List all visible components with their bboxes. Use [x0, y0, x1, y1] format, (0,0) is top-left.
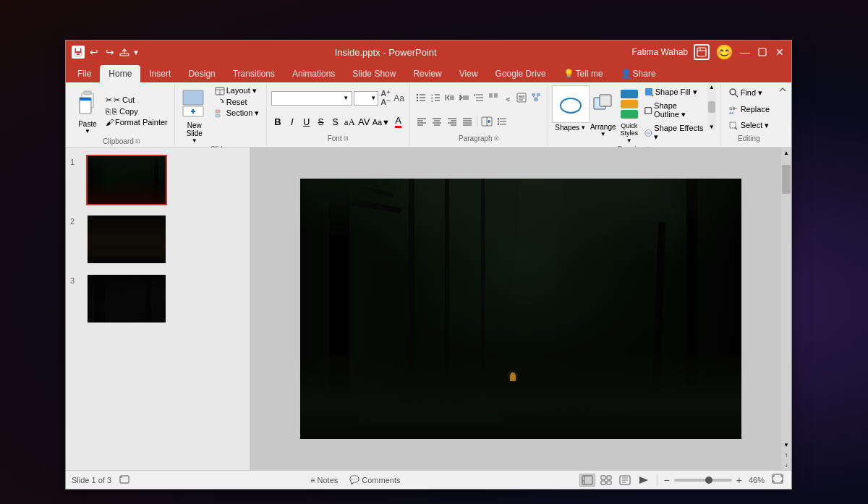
main-slide-area [250, 148, 791, 470]
tab-view[interactable]: View [451, 65, 487, 82]
paragraph-spacing-button[interactable] [495, 114, 509, 129]
tab-home[interactable]: Home [100, 65, 140, 82]
smallcaps-button[interactable]: aA [343, 115, 357, 129]
copy-button[interactable]: ⎘ ⎘ Copy [103, 106, 170, 116]
fit-to-window-button[interactable] [770, 474, 786, 487]
decrease-indent-button[interactable] [443, 90, 457, 105]
shape-effects-button[interactable]: Shape Effects ▾ [642, 123, 706, 142]
paragraph-expand[interactable]: ⊡ [494, 135, 499, 142]
slide-sorter-button[interactable] [598, 474, 614, 487]
comments-button[interactable]: 💬 Comments [345, 474, 404, 486]
shapes-button[interactable]: Shapes ▼ [553, 85, 589, 144]
collapse-ribbon[interactable] [777, 84, 788, 145]
text-shadow-button[interactable]: S [328, 115, 342, 129]
italic-button[interactable]: I [285, 115, 299, 129]
scrollbar-thumb[interactable] [782, 165, 791, 194]
strikethrough-button[interactable]: S [314, 115, 328, 129]
scroll-adjust-down[interactable]: ↓ [781, 460, 791, 470]
paragraph-label: Paragraph ⊡ [459, 133, 499, 144]
tab-design[interactable]: Design [179, 65, 224, 82]
cut-button[interactable]: ✂ ✂ Cut [103, 95, 170, 106]
scrollbar-down-button[interactable]: ▼ [781, 440, 791, 450]
tab-file[interactable]: File [69, 65, 100, 82]
numbering-button[interactable]: 1.2.3. [429, 90, 443, 105]
scroll-adjust-up[interactable]: ↑ [781, 450, 791, 460]
drawing-gallery-scroll[interactable]: ▲ ▼ [707, 84, 716, 130]
tab-animations[interactable]: Animations [284, 65, 344, 82]
clipboard-expand[interactable]: ⊡ [135, 138, 140, 145]
font-decrease-button[interactable]: A⁻ [380, 98, 391, 107]
align-left-button[interactable] [414, 114, 429, 129]
increase-indent-button[interactable] [458, 90, 472, 105]
tab-transitions[interactable]: Transitions [224, 65, 284, 82]
paste-button[interactable]: Paste ▼ [73, 85, 102, 136]
font-size-label[interactable]: Aa▼ [372, 115, 391, 129]
bold-button[interactable]: B [271, 115, 285, 129]
reading-view-button[interactable] [617, 474, 633, 487]
svg-line-96 [735, 127, 737, 129]
columns-button[interactable] [486, 90, 500, 105]
scrollbar-up-button[interactable]: ▲ [781, 148, 791, 158]
text-direction-button[interactable]: A [501, 90, 514, 105]
font-spacing-button[interactable]: AV [357, 115, 371, 129]
justify-button[interactable] [460, 114, 475, 129]
layout-button[interactable]: Layout ▾ [213, 85, 262, 96]
align-text-button[interactable] [515, 90, 529, 105]
section-button[interactable]: Section ▾ [213, 108, 262, 119]
slide-thumbnail-2[interactable] [86, 214, 167, 265]
redo-button[interactable]: ↪ [103, 46, 116, 58]
zoom-slider[interactable] [674, 479, 732, 482]
font-color-button[interactable]: A [391, 115, 405, 129]
line-spacing-button[interactable] [472, 90, 485, 105]
slideshow-button[interactable] [636, 474, 652, 487]
font-name-dropdown[interactable]: ▼ [271, 91, 353, 106]
upload-icon[interactable] [119, 47, 129, 57]
arrange-button[interactable]: Arrange ▼ [590, 85, 616, 144]
quick-access-customize[interactable]: ▼ [132, 48, 140, 56]
fit-slide-button[interactable] [117, 474, 132, 486]
font-size-dropdown[interactable]: ▼ [354, 91, 378, 106]
share-icon: 👤 [621, 69, 631, 79]
bullets-button[interactable] [414, 90, 428, 105]
tab-review[interactable]: Review [404, 65, 450, 82]
slide-canvas[interactable] [300, 179, 741, 439]
tab-tell-me[interactable]: 💡 Tell me [555, 65, 612, 82]
restore-button[interactable] [757, 46, 768, 58]
tab-slideshow[interactable]: Slide Show [344, 65, 404, 82]
format-painter-button[interactable]: 🖌 Format Painter [103, 117, 170, 127]
save-button[interactable] [72, 46, 85, 59]
close-button[interactable]: ✕ [774, 46, 786, 58]
account-icon[interactable] [694, 44, 710, 60]
smartart-button[interactable] [529, 90, 543, 105]
find-button[interactable]: Find ▾ [726, 86, 773, 99]
minimize-button[interactable]: — [739, 46, 751, 58]
font-expand[interactable]: ⊡ [344, 135, 349, 142]
underline-button[interactable]: U [299, 115, 313, 129]
zoom-thumb[interactable] [705, 477, 712, 484]
slide-thumbnail-3[interactable] [86, 273, 167, 324]
align-center-button[interactable] [430, 114, 444, 129]
new-slide-button[interactable]: NewSlide ▼ [179, 85, 210, 144]
notes-button[interactable]: ≡ Notes [306, 474, 342, 486]
align-right-button[interactable] [445, 114, 459, 129]
zoom-level[interactable]: 46% [746, 476, 767, 484]
zoom-out-button[interactable]: − [663, 474, 671, 486]
add-column-button[interactable] [480, 114, 494, 129]
drawing-group: Shapes ▼ Arrange ▼ [548, 84, 721, 145]
shape-outline-button[interactable]: Shape Outline ▾ [642, 101, 706, 120]
paragraph-group: 1.2.3. A [410, 84, 548, 145]
font-increase-button[interactable]: A⁺ [380, 90, 391, 98]
slide-thumbnail-1[interactable] [86, 155, 167, 205]
tab-google-drive[interactable]: Google Drive [487, 65, 555, 82]
quick-styles-button[interactable]: QuickStyles ▼ [618, 85, 641, 144]
clear-format-button[interactable]: Aa [393, 91, 405, 106]
replace-button[interactable]: abac Replace [726, 103, 773, 116]
tab-share[interactable]: 👤 Share [612, 65, 665, 82]
undo-button[interactable]: ↩ [88, 46, 101, 58]
select-button[interactable]: Select ▾ [726, 119, 773, 132]
reset-button[interactable]: Reset [213, 97, 262, 107]
zoom-in-button[interactable]: + [735, 474, 744, 486]
tab-insert[interactable]: Insert [140, 65, 179, 82]
shape-fill-button[interactable]: Shape Fill ▾ [642, 86, 706, 98]
normal-view-button[interactable] [579, 474, 595, 487]
